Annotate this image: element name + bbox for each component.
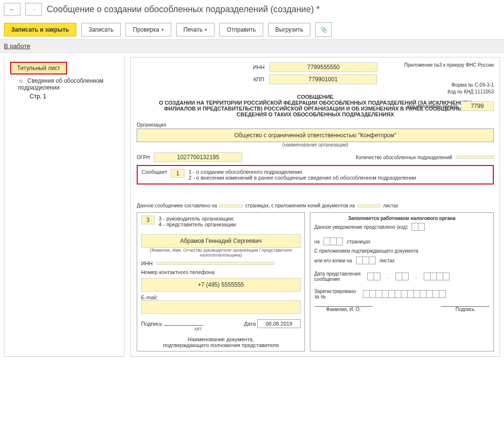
tax-code-label: код налогового органа [407, 104, 458, 109]
export-button[interactable]: Выгрузить [268, 23, 311, 37]
r6a-label: Зарегистрировано [314, 289, 356, 294]
nav-back-button[interactable]: ← [4, 3, 20, 16]
r5-cells-2 [396, 273, 409, 280]
pages-field-1[interactable] [219, 204, 243, 207]
status-link[interactable]: В работе [4, 42, 30, 50]
auth-doc-line1: Наименование документа, [141, 336, 301, 342]
pages-field-2[interactable] [357, 204, 380, 207]
org-section-label: Организация [137, 122, 494, 128]
r6-cells [363, 290, 446, 298]
pages-text-1: Данное сообщениее составлено на [137, 203, 217, 208]
reports-value-field[interactable]: 1 [171, 169, 184, 178]
reports-label: Сообщает [142, 169, 167, 175]
signer-column: 3 3 - руководитель организации; 4 - пред… [137, 212, 305, 351]
signer-inn-label: ИНН [141, 260, 153, 266]
sidebar-item-subdivision[interactable]: ⊖ Сведения об обособленном подразделении [7, 76, 124, 92]
reports-option-2: 2 - о внесении изменений в ранее сообщен… [188, 175, 416, 181]
pages-text-3: листах [383, 203, 398, 208]
r5-cells-3 [424, 273, 450, 280]
print-label: Печать [183, 26, 202, 33]
org-caption: (наименование организации) [137, 142, 494, 147]
collapse-icon[interactable]: ⊖ [18, 78, 24, 84]
r2a-label: на [314, 239, 320, 244]
attach-button[interactable]: 📎 [315, 22, 332, 37]
chevron-down-icon: ▾ [162, 27, 164, 32]
nav-forward-button[interactable]: → [25, 3, 42, 16]
org-name-field[interactable]: Общество с ограниченной ответственностью… [137, 129, 493, 142]
date-field[interactable]: 08.08.2019 [257, 319, 301, 328]
chevron-down-icon: ▾ [205, 27, 207, 32]
sidebar-subdivision-label: Сведения об обособленном подразделении [18, 77, 104, 91]
ogrn-label: ОГРН [137, 155, 150, 160]
subcount-label: Количество обособленных подразделений [356, 155, 452, 160]
r5b-label: сообщения [314, 276, 360, 282]
r4b-label: листах [379, 258, 395, 263]
headline-1: СООБЩЕНИЕ [156, 94, 474, 100]
tax-code-field[interactable]: 7799 [461, 101, 494, 111]
r5a-label: Дата представления [314, 271, 360, 276]
pages-text-2: страницах, с приложением копий документо… [245, 203, 355, 208]
r5-cells-1 [367, 273, 380, 280]
document-pane: Приложение №3 к приказу ФНС России Форма… [130, 57, 500, 357]
sidebar: Титульный лист ⊖ Сведения об обособленно… [4, 57, 125, 357]
inn-field[interactable]: 7799555550 [270, 62, 378, 72]
reports-option-1: 1 - о создании обособленного подразделен… [188, 169, 416, 175]
sign-caption-right: Подпись [441, 307, 489, 312]
tax-officer-column: Заполняется работником налогового органа… [310, 212, 494, 351]
r2b-label: страницах [347, 239, 370, 244]
knd-code: Код по КНД 1111053 [448, 89, 494, 95]
signer-inn-field[interactable] [157, 262, 274, 265]
right-title: Заполняется работником налогового органа [314, 216, 489, 221]
check-label: Проверка [133, 26, 159, 33]
phone-label: Номер контактного телефона [141, 269, 301, 275]
date-label: Дата [244, 321, 256, 327]
sign-label: Подпись [141, 321, 162, 327]
fio-caption-right: Фамилия, И. О. [314, 307, 373, 312]
save-button[interactable]: Записать [81, 23, 121, 37]
sidebar-item-page-1[interactable]: Стр. 1 [7, 92, 124, 101]
subcount-field[interactable] [456, 156, 494, 159]
r4-cells [356, 257, 376, 264]
save-close-button[interactable]: Записать и закрыть [4, 23, 76, 37]
r1-label: Данное уведомление представлено (код) [314, 224, 408, 230]
inn-label: ИНН [253, 64, 265, 70]
paperclip-icon: 📎 [320, 26, 327, 33]
form-number: Форма № С-09-3-1 [448, 82, 494, 89]
fio-caption: (Фамилия, Имя. Отчество руководителя орг… [141, 248, 301, 257]
role-line-1: 3 - руководитель организации; [159, 216, 236, 221]
role-code-field[interactable]: 3 [141, 216, 155, 224]
send-button[interactable]: Отправить [219, 23, 263, 37]
r6b-label: за № [314, 294, 356, 299]
auth-doc-line2: подтверждающего полномочия представителя [141, 342, 301, 348]
appendix-note: Приложение №3 к приказу ФНС России [404, 62, 494, 68]
fio-field[interactable]: Абрамов Геннадий Сергеевич [141, 234, 301, 248]
r2-cells [324, 238, 343, 245]
email-field[interactable] [141, 300, 301, 314]
r3-label: С приложением подтверждающего документа [314, 248, 489, 254]
check-menu-button[interactable]: Проверка ▾ [126, 23, 171, 37]
sign-line [164, 325, 203, 326]
kpp-label: КПП [253, 76, 264, 82]
ogrn-field[interactable]: 1027700132195 [154, 152, 242, 162]
phone-field[interactable]: +7 (495) 5555555 [141, 278, 301, 292]
email-label: E-mail: [141, 294, 301, 300]
print-menu-button[interactable]: Печать ▾ [176, 23, 215, 37]
kpp-field[interactable]: 779901001 [269, 74, 377, 84]
r4a-label: или его копии на [314, 258, 352, 263]
reports-box: Сообщает 1 1 - о создании обособленного … [137, 165, 494, 184]
page-title: Сообщение о создании обособленных подраз… [47, 4, 320, 15]
role-line-2: 4 - представитель организации [159, 221, 236, 227]
sidebar-item-title-page[interactable]: Титульный лист [10, 62, 67, 74]
r1-cells [412, 223, 425, 231]
